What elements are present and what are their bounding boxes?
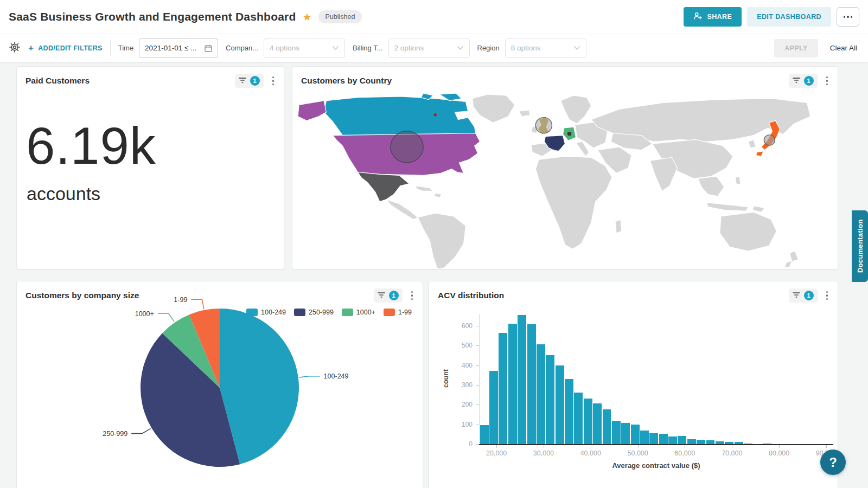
histogram-bar[interactable] [537, 344, 545, 444]
y-tick-label: 200 [449, 401, 473, 408]
edit-dashboard-button[interactable]: EDIT DASHBOARD [747, 7, 831, 27]
more-options-button[interactable] [837, 7, 859, 27]
y-tick [476, 326, 479, 326]
histogram-bar[interactable] [556, 365, 564, 444]
histogram-bar[interactable] [706, 440, 715, 444]
top-header: SaaS Business Growth and Engagement Dash… [0, 0, 868, 34]
y-tick-label: 500 [449, 342, 473, 349]
legend-item-100-249[interactable]: 100-249 [246, 309, 286, 316]
legend-item-250-999[interactable]: 250-999 [294, 309, 334, 316]
widget-filter-chip[interactable]: 1 [374, 288, 403, 303]
share-person-plus-icon [693, 12, 702, 22]
histogram-bar[interactable] [565, 379, 573, 444]
x-axis-line [479, 444, 833, 445]
status-badge: Published [318, 10, 362, 23]
filter-count-badge[interactable]: 1 [250, 76, 260, 86]
apply-filters-button[interactable]: APPLY [774, 39, 818, 57]
add-edit-filters-button[interactable]: + ADD/EDIT FILTERS [28, 43, 103, 54]
map-bubble-canada[interactable] [434, 114, 436, 116]
widget-menu-kebab-icon[interactable] [824, 74, 831, 88]
y-tick [476, 365, 479, 366]
filter-dropdown[interactable]: 2 options [388, 38, 470, 58]
map-country-mexico[interactable] [358, 172, 409, 202]
histogram-bar[interactable] [631, 425, 640, 444]
y-tick-label: 400 [449, 362, 473, 369]
x-tick [779, 445, 780, 448]
documentation-side-tab[interactable]: Documentation [852, 210, 868, 282]
favorite-star-icon[interactable]: ★ [302, 11, 311, 23]
map-bubble-japan[interactable] [764, 135, 775, 145]
histogram-bar[interactable] [574, 393, 583, 444]
card-title: ACV distribution [438, 291, 789, 300]
widget-filter-chip[interactable]: 1 [235, 74, 264, 88]
legend-item-1-99[interactable]: 1-99 [384, 309, 412, 316]
histogram-bar[interactable] [687, 439, 696, 444]
filters-settings-gear-icon[interactable] [9, 41, 21, 55]
histogram-bar[interactable] [678, 436, 686, 444]
filter-dropdown[interactable]: 4 options [264, 38, 345, 58]
widget-menu-kebab-icon[interactable] [409, 289, 416, 303]
histogram-bar[interactable] [603, 409, 611, 444]
histogram-bar[interactable] [612, 421, 621, 444]
x-tick-label: 70,000 [712, 450, 752, 457]
pie-callout-line [158, 313, 174, 322]
widget-menu-kebab-icon[interactable] [270, 74, 277, 88]
histogram-bar[interactable] [593, 403, 602, 444]
chevron-down-icon [573, 46, 580, 50]
widget-filter-chip[interactable]: 1 [789, 74, 818, 88]
histogram-bar[interactable] [697, 440, 705, 444]
histogram-bar[interactable] [668, 436, 677, 444]
map-bubble-germany[interactable] [568, 132, 571, 136]
widget-filter-chip[interactable]: 1 [789, 288, 818, 303]
histogram-bar[interactable] [508, 324, 517, 444]
map-region-korea [748, 139, 756, 148]
histogram-bar[interactable] [584, 399, 592, 444]
card-title: Customers by Country [301, 76, 789, 86]
x-tick-label: 20,000 [476, 450, 516, 457]
histogram-bar[interactable] [527, 324, 536, 444]
filter-label: Billing T... [353, 44, 382, 52]
x-tick [638, 445, 639, 448]
map-country-canada[interactable] [324, 97, 475, 138]
map-bubble-united-states[interactable] [391, 131, 423, 163]
map-bubble-united-kingdom[interactable] [535, 118, 552, 133]
chevron-down-icon [457, 46, 464, 50]
histogram-bar[interactable] [489, 371, 498, 444]
filter-count-badge[interactable]: 1 [804, 76, 814, 86]
legend-swatch [294, 309, 305, 316]
x-tick-label: 50,000 [618, 450, 658, 457]
clear-all-filters-link[interactable]: Clear All [830, 44, 857, 52]
histogram-bar[interactable] [518, 315, 526, 444]
widget-menu-kebab-icon[interactable] [824, 289, 831, 303]
map-bubble-france[interactable] [549, 137, 562, 150]
chevron-down-icon [332, 46, 339, 50]
histogram-bar[interactable] [480, 425, 489, 444]
map-region-se-asia [698, 176, 724, 196]
legend-label: 250-999 [309, 309, 334, 316]
legend-item-1000+[interactable]: 1000+ [342, 309, 375, 316]
map-country-usa-alaska[interactable] [298, 101, 326, 121]
share-button[interactable]: SHARE [684, 7, 742, 27]
x-tick [544, 445, 544, 448]
histogram-bar[interactable] [621, 423, 630, 444]
filter-bar: + ADD/EDIT FILTERS Time2021-01-01 ≤ ...C… [0, 34, 868, 62]
filter-count-badge[interactable]: 1 [389, 291, 399, 300]
map-country-japan-south[interactable] [756, 151, 763, 157]
map-region-madagascar [615, 220, 622, 233]
y-tick-label: 100 [449, 421, 473, 428]
histogram-bar[interactable] [499, 333, 507, 444]
histogram-bar[interactable] [640, 431, 649, 444]
date-filter-input[interactable]: 2021-01-01 ≤ ... [139, 38, 218, 58]
filter-count-badge[interactable]: 1 [804, 291, 814, 300]
histogram-bar[interactable] [649, 433, 658, 444]
help-button[interactable]: ? [820, 450, 846, 475]
histogram-bar[interactable] [659, 434, 668, 444]
y-tick-label: 600 [449, 322, 473, 330]
histogram-bar[interactable] [546, 355, 554, 444]
x-tick [591, 445, 591, 448]
calendar-icon [205, 44, 212, 52]
filter-dropdown[interactable]: 8 options [505, 38, 586, 58]
filter-value: 8 options [511, 44, 541, 52]
filter-label: Time [118, 44, 133, 52]
legend-label: 1-99 [398, 309, 412, 316]
